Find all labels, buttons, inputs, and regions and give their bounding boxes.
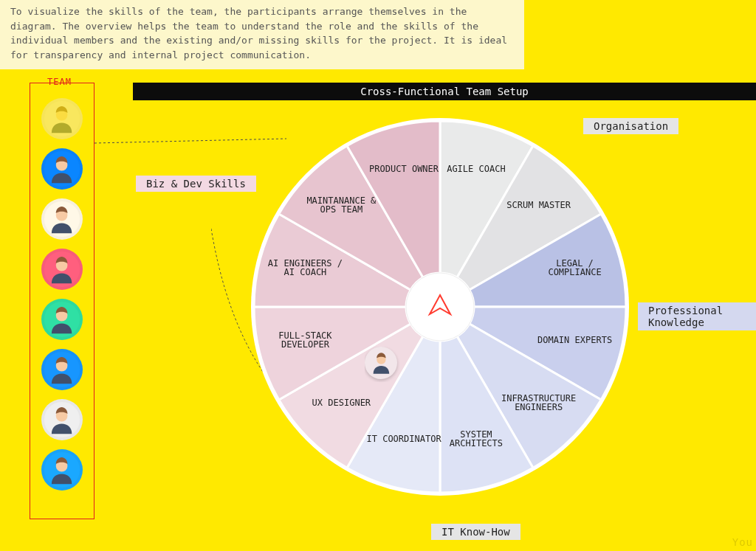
quadrant-top-left: Biz & Dev Skills [136, 176, 256, 192]
slice-label-agile-coach: AGILE COACH [447, 164, 505, 174]
placed-avatar[interactable] [365, 347, 397, 379]
svg-point-10 [406, 273, 474, 341]
team-member-5[interactable] [41, 299, 83, 340]
slice-label-scrum-master: SCRUM MASTER [506, 200, 571, 210]
watermark: You [732, 536, 753, 548]
team-member-3[interactable] [41, 198, 83, 240]
team-panel [30, 83, 94, 519]
team-member-4[interactable] [41, 249, 83, 290]
quadrant-bottom-right: Professional Knowledge [638, 302, 756, 330]
intro-text: To visualize the skills of the team, the… [0, 0, 524, 69]
team-member-2[interactable] [41, 148, 83, 190]
slice-label-domain-experts: DOMAIN EXPERTS [537, 335, 612, 345]
slice-label-it-coord: IT COORDINATOR [367, 434, 442, 444]
team-member-7[interactable] [41, 399, 83, 440]
quadrant-bottom-left: IT Know-How [431, 524, 520, 540]
diagram-title: Cross-Functional Team Setup [133, 83, 756, 100]
team-member-8[interactable] [41, 449, 83, 491]
team-member-6[interactable] [41, 349, 83, 390]
slice-label-ux-designer: UX DESIGNER [312, 398, 371, 408]
team-member-1[interactable] [41, 98, 83, 139]
slice-label-product-owner: PRODUCT OWNER [369, 164, 439, 174]
slice-label-legal: LEGAL /COMPLIANCE [548, 258, 601, 277]
slice-label-full-stack: FULL-STACKDEVELOPER [278, 330, 332, 350]
wheel-diagram[interactable]: AGILE COACHSCRUM MASTERLEGAL /COMPLIANCE… [245, 112, 635, 502]
